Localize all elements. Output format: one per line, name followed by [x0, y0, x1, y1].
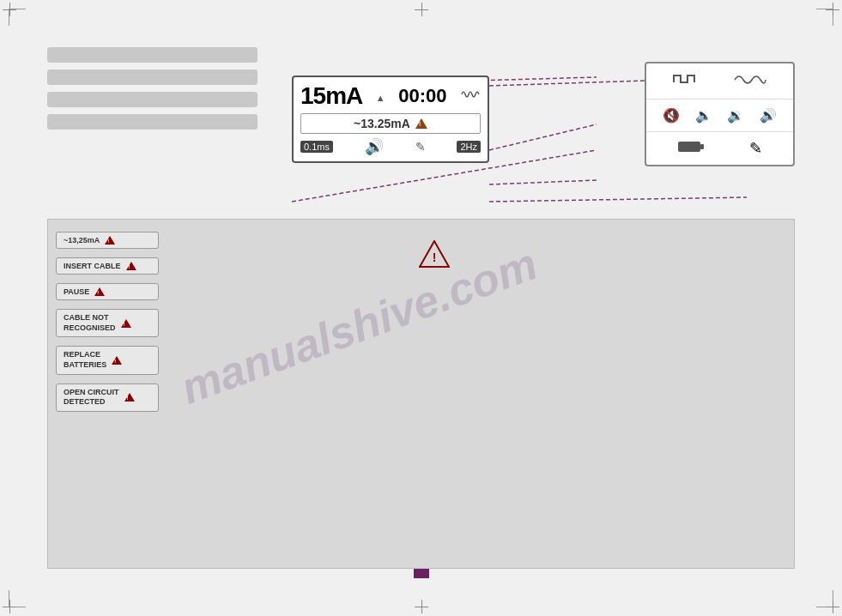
- rp-row-waveforms: [646, 63, 793, 100]
- edit-pencil-icon[interactable]: ✎: [749, 139, 762, 158]
- center-warning-triangle: !: [419, 240, 450, 271]
- volume-mute-icon[interactable]: 🔇: [663, 107, 680, 124]
- crosshair-bottom: [415, 600, 428, 613]
- crosshair-right-top: [826, 3, 839, 16]
- current-reading: 15mA: [300, 82, 362, 110]
- square-wave-icon[interactable]: [672, 70, 698, 92]
- svg-line-4: [489, 124, 597, 150]
- warning-panel: [47, 219, 795, 569]
- rp-row-volume: 🔇 🔈 🔉 🔊: [646, 100, 793, 132]
- rp-row-battery-edit: ✎: [646, 132, 793, 165]
- warning-btn-cable-not-recognised[interactable]: CABLE NOTRECOGNISED: [56, 309, 159, 337]
- open-circuit-label: OPEN CIRCUITDETECTED: [64, 388, 119, 408]
- crosshair-right-bottom: [826, 600, 839, 613]
- warning-triangle-cable: [121, 319, 131, 328]
- freq-hz: 2Hz: [457, 141, 481, 153]
- volume-high-icon[interactable]: 🔊: [760, 107, 777, 124]
- pause-label: PAUSE: [64, 287, 89, 296]
- svg-rect-7: [700, 144, 704, 149]
- display-panel: 15mA ▲ 00:00 ~13.25mA 0.1ms 🔊 ✎ 2Hz: [292, 75, 489, 163]
- volume-mid-icon[interactable]: 🔉: [727, 107, 744, 124]
- warning-triangle-open-circuit: [124, 393, 135, 402]
- crosshair-top: [415, 3, 428, 16]
- replace-batteries-label: REPLACEBATTERIES: [64, 350, 106, 370]
- display-top-row: 15mA ▲ 00:00: [300, 82, 481, 110]
- crosshair-left-top: [3, 3, 16, 16]
- warning-btn-insert-cable[interactable]: INSERT CABLE: [56, 257, 159, 275]
- warning-triangle-approx: [105, 236, 115, 245]
- warning-btn-open-circuit[interactable]: OPEN CIRCUITDETECTED: [56, 383, 159, 412]
- svg-text:!: !: [433, 251, 437, 264]
- grey-bar-3: [47, 92, 257, 107]
- speaker-icon[interactable]: 🔊: [365, 137, 384, 156]
- grey-bar-2: [47, 69, 257, 85]
- grey-bar-4: [47, 114, 257, 130]
- grey-bars: [47, 47, 257, 130]
- battery-icon: [677, 140, 705, 157]
- approx-label: ~13,25mA: [64, 236, 100, 245]
- grey-bar-1: [47, 47, 257, 63]
- svg-line-3: [489, 197, 747, 202]
- svg-line-5: [489, 180, 597, 184]
- wave-icon: [460, 87, 481, 106]
- sine-wave-icon[interactable]: [733, 71, 767, 92]
- warning-triangle-batteries: [112, 356, 122, 365]
- arrow-indicator: ▲: [376, 93, 385, 103]
- warning-buttons-container: ~13,25mA INSERT CABLE PAUSE CABLE NOTREC…: [56, 232, 159, 412]
- right-panel: 🔇 🔈 🔉 🔊 ✎: [645, 62, 795, 166]
- display-middle-row: ~13.25mA: [300, 113, 481, 134]
- time-reading: 00:00: [398, 85, 446, 107]
- warning-triangle-display: [415, 118, 427, 129]
- warning-btn-approx[interactable]: ~13,25mA: [56, 232, 159, 249]
- approx-current: ~13.25mA: [354, 117, 410, 130]
- crosshair-left-bottom: [3, 600, 16, 613]
- warning-btn-pause[interactable]: PAUSE: [56, 283, 159, 300]
- insert-cable-label: INSERT CABLE: [64, 262, 121, 270]
- cable-not-recognised-label: CABLE NOTRECOGNISED: [64, 313, 116, 333]
- edit-icon[interactable]: ✎: [415, 140, 426, 154]
- svg-rect-6: [678, 142, 700, 152]
- time-ms: 0.1ms: [300, 141, 333, 153]
- volume-low-icon[interactable]: 🔈: [695, 107, 712, 124]
- warning-triangle-insert: [126, 262, 136, 270]
- display-bottom-row: 0.1ms 🔊 ✎ 2Hz: [300, 137, 481, 156]
- warning-triangle-pause: [94, 287, 105, 296]
- warning-btn-replace-batteries[interactable]: REPLACEBATTERIES: [56, 346, 159, 374]
